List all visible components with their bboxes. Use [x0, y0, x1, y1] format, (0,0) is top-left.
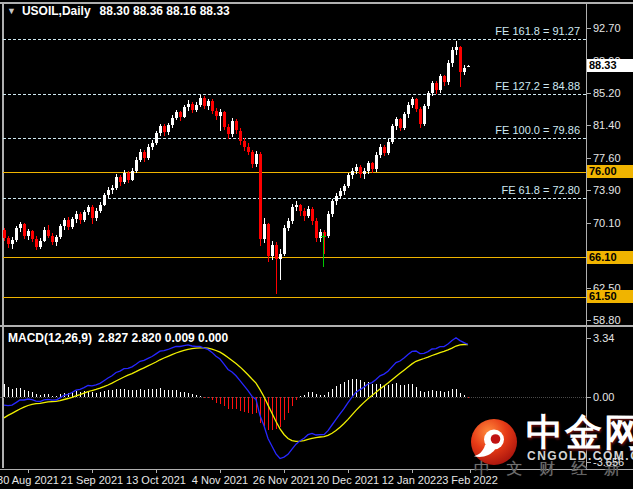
date-tick [470, 469, 471, 473]
candle-body [79, 214, 82, 220]
candle-body [67, 220, 70, 227]
candle-body [187, 104, 190, 107]
date-label: 20 Dec 2021 [313, 474, 383, 486]
gold-hline [3, 172, 586, 173]
price-axis: 92.7088.9085.2081.4077.6073.9070.1066.30… [586, 0, 633, 470]
fib-line [3, 39, 586, 40]
fib-line [3, 94, 586, 95]
price-chart-panel[interactable]: FE 161.8 = 91.27FE 127.2 = 84.88FE 100.0… [0, 0, 586, 325]
candle-body [371, 163, 374, 169]
date-tick [348, 469, 349, 473]
candle-body [347, 175, 350, 186]
price-tick [586, 93, 591, 94]
candle-body [299, 205, 302, 210]
candle-body [151, 143, 154, 146]
macd-axis-label: -3.656 [593, 456, 624, 468]
candle-body [263, 224, 266, 239]
candle-body [3, 230, 6, 238]
price-axis-label: 58.80 [593, 314, 621, 326]
candle-body [327, 214, 330, 236]
macd-panel[interactable] [0, 327, 586, 468]
gold-hline [3, 257, 586, 258]
candle-body [203, 98, 206, 106]
candle-body [211, 101, 214, 110]
date-tick [220, 469, 221, 473]
candle-body [191, 104, 194, 110]
macd-axis-label: 0.00 [593, 391, 614, 403]
candle-body [239, 131, 242, 141]
candle-body [83, 212, 86, 220]
candle-body [343, 186, 346, 190]
candle-body [15, 228, 18, 240]
ohlc-values: 88.30 88.36 88.16 88.33 [100, 4, 230, 18]
candle-body [131, 171, 134, 180]
candle-body [219, 112, 222, 115]
price-tick [586, 320, 591, 321]
candle-body [355, 167, 358, 171]
date-label: 30 Aug 2021 [0, 474, 63, 486]
candle-body [383, 147, 386, 153]
candle-body [379, 147, 382, 155]
fib-label: FE 127.2 = 84.88 [495, 80, 580, 92]
candle-body [375, 155, 378, 170]
candle-body [295, 205, 298, 207]
candle-body [427, 93, 430, 106]
candle-body [243, 141, 246, 147]
gold-hline [3, 297, 586, 298]
candle-body [303, 211, 306, 216]
time-axis: 30 Aug 202121 Sep 202113 Oct 20214 Nov 2… [0, 469, 633, 489]
candle-body [235, 121, 238, 130]
price-tick [586, 190, 591, 191]
candle-body [139, 152, 142, 160]
candle-body [351, 171, 354, 175]
date-label: 26 Nov 2021 [249, 474, 319, 486]
candle-body [103, 195, 106, 204]
gold-price-box: 61.50 [587, 290, 633, 303]
macd-values: 2.827 2.820 0.009 0.000 [98, 331, 228, 345]
macd-axis-tick [586, 397, 591, 398]
price-axis-label: 81.40 [593, 119, 621, 131]
candle-body [459, 47, 462, 72]
candle-body [135, 160, 138, 171]
candle-body [259, 154, 262, 239]
candle-body [91, 207, 94, 218]
candle-body [59, 226, 62, 237]
price-tick [586, 28, 591, 29]
candle-body [23, 224, 26, 236]
candle-body [391, 126, 394, 142]
candle-body [399, 119, 402, 128]
green-vline-tick [321, 236, 326, 237]
macd-axis-label: 3.34 [593, 332, 614, 344]
candle-body [123, 173, 126, 182]
candle-body [107, 190, 110, 195]
price-axis-label: 73.90 [593, 184, 621, 196]
date-tick [28, 469, 29, 473]
chart-title: ▼USOIL,Daily88.30 88.36 88.16 88.33 [7, 4, 230, 18]
candle-body [367, 163, 370, 171]
fib-label: FE 161.8 = 91.27 [495, 25, 580, 37]
candle-body [31, 231, 34, 239]
candle-body [115, 177, 118, 188]
candle-body [195, 105, 198, 110]
candle-body [287, 221, 290, 228]
candle-body [39, 241, 42, 247]
candle-body [439, 76, 442, 90]
mt4-chart-window: 中金网 CNGOLD.COM.CN 中 文 财 经 新 媒 体 FE 161.8… [0, 0, 633, 489]
candle-body [311, 209, 314, 221]
candle-body [147, 147, 150, 158]
candle-body [207, 101, 210, 105]
candle-body [267, 224, 270, 256]
candle-body [155, 133, 158, 143]
price-tick [586, 288, 591, 289]
candle-body [159, 126, 162, 133]
date-tick [412, 469, 413, 473]
fib-label: FE 61.8 = 72.80 [501, 184, 580, 196]
price-tick [586, 125, 591, 126]
candle-body [175, 112, 178, 117]
candle-body [463, 68, 466, 72]
price-axis-label: 92.70 [593, 22, 621, 34]
candle-body [447, 63, 450, 82]
candle-body [359, 167, 362, 175]
green-vline [323, 233, 324, 267]
candle-body [167, 125, 170, 132]
